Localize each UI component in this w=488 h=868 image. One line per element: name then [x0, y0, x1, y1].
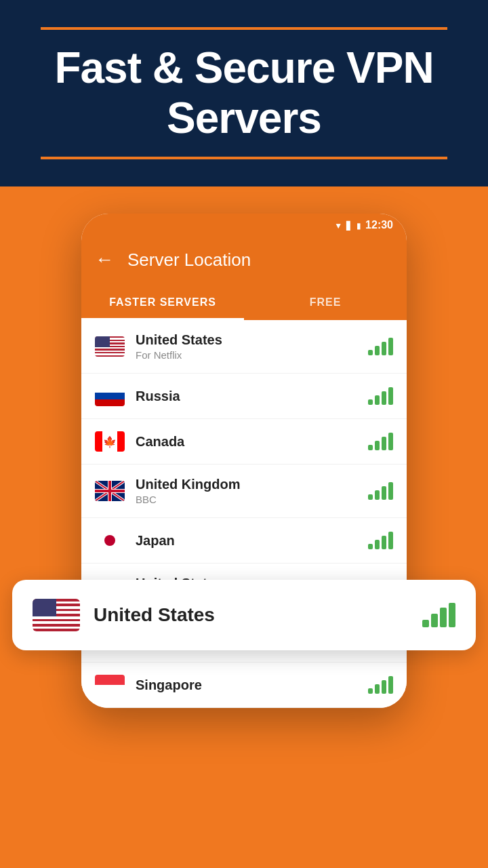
status-icons: 12:30 [334, 219, 393, 231]
signal-icon [346, 219, 352, 231]
app-bar: ← Server Location [81, 237, 407, 287]
list-item[interactable]: United Kingdom BBC [81, 465, 407, 518]
tab-free[interactable]: FREE [244, 287, 407, 320]
signal-bars [368, 433, 393, 450]
svg-rect-8 [95, 490, 125, 492]
server-info: United Kingdom BBC [136, 477, 357, 505]
server-info: Canada [136, 434, 357, 450]
battery-icon [357, 219, 361, 231]
signal-bars [368, 338, 393, 355]
server-info: United States For Netflix [136, 332, 357, 361]
ru-flag-icon [95, 386, 125, 406]
server-name: Japan [136, 533, 357, 549]
server-subtitle: For Netflix [136, 349, 357, 361]
signal-bars [368, 387, 393, 405]
tab-faster-servers[interactable]: FASTER SERVERS [81, 287, 244, 320]
server-name: United States [136, 332, 357, 348]
floating-server-name: United States [94, 604, 409, 626]
list-item[interactable]: Singapore [81, 663, 407, 708]
server-name: Russia [136, 389, 357, 404]
list-item[interactable]: United States For Netflix [81, 320, 407, 374]
screen-title: Server Location [127, 250, 251, 271]
jp-flag-icon [95, 530, 125, 551]
server-name: United Kingdom [136, 477, 357, 492]
signal-bars [368, 676, 393, 694]
server-info: Russia [136, 389, 357, 404]
ca-flag-icon [95, 431, 125, 452]
server-subtitle: BBC [136, 494, 357, 505]
back-button[interactable]: ← [95, 249, 114, 271]
list-item[interactable]: Russia [81, 374, 407, 419]
floating-server-card[interactable]: United States [12, 580, 476, 650]
server-name: Singapore [136, 677, 357, 693]
floating-flag-icon [33, 599, 80, 631]
list-item[interactable]: Japan [81, 518, 407, 564]
server-name: Canada [136, 434, 357, 450]
server-info: Singapore [136, 677, 357, 693]
server-info: Japan [136, 533, 357, 549]
signal-bars [368, 482, 393, 500]
headline: Fast & Secure VPN Servers [41, 43, 447, 143]
list-item[interactable]: Canada [81, 419, 407, 465]
floating-server-info: United States [94, 604, 409, 626]
top-banner: Fast & Secure VPN Servers [0, 0, 488, 186]
uk-flag-icon [95, 481, 125, 501]
wifi-icon [334, 219, 342, 231]
us-flag-icon [95, 336, 125, 357]
status-time: 12:30 [365, 219, 393, 231]
tab-bar: FASTER SERVERS FREE [81, 287, 407, 320]
status-bar: 12:30 [81, 214, 407, 237]
sg-flag-icon [95, 675, 125, 695]
floating-signal-bars [422, 603, 455, 627]
signal-bars [368, 532, 393, 549]
